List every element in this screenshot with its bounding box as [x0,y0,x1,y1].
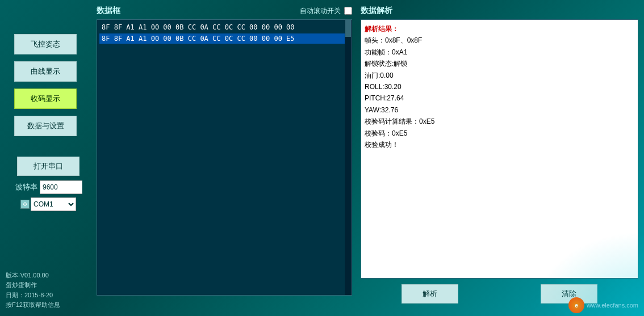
analysis-line-3: 解锁状态:解锁 [365,58,634,69]
scrollbar-track[interactable] [345,20,352,295]
data-frame-section: 数据框 自动滚动开关 8F 8F A1 A1 00 00 0B CC 0A CC… [97,6,352,305]
logo-area: e www.elecfans.com [568,297,638,313]
baud-rate-row: 波特率 [14,180,82,194]
data-frame-header: 数据框 自动滚动开关 [97,6,352,16]
analysis-line-2: 功能帧：0xA1 [365,47,634,58]
main-content: 数据框 自动滚动开关 8F 8F A1 A1 00 00 0B CC 0A CC… [91,0,644,316]
logo-text: www.elecfans.com [587,302,638,309]
analysis-line-9: 校验码：0xE5 [365,128,634,139]
com-row: ⚙ COM1 COM2 COM3 [20,197,76,211]
nav-button-2[interactable]: 收码显示 [14,89,77,109]
auto-scroll-label: 自动滚动开关 [300,6,341,16]
analysis-line-5: ROLL:30.20 [365,81,634,92]
baud-input[interactable] [40,180,82,194]
data-analysis-title: 数据解析 [361,6,392,16]
data-analysis-section: 数据解析 解析结果：帧头：0x8F、0x8F功能帧：0xA1解锁状态:解锁油门:… [361,6,638,305]
analysis-line-4: 油门:0.00 [365,70,634,81]
auto-scroll-row: 自动滚动开关 [300,6,352,16]
auto-scroll-checkbox[interactable] [344,7,352,15]
analysis-line-6: PITCH:27.64 [365,92,634,104]
parse-button[interactable]: 解析 [402,284,458,304]
analysis-line-1: 帧头：0x8F、0x8F [365,35,634,46]
analysis-content: 解析结果：帧头：0x8F、0x8F功能帧：0xA1解锁状态:解锁油门:0.00R… [361,19,638,279]
analysis-line-8: 校验码计算结果：0xE5 [365,116,634,127]
open-port-button[interactable]: 打开串口 [17,157,80,176]
analysis-line-7: YAW:32.76 [365,104,634,116]
baud-label: 波特率 [15,182,37,192]
hex-row-0[interactable]: 8F 8F A1 A1 00 00 0B CC 0A CC 0C CC 00 0… [99,22,349,32]
data-analysis-header: 数据解析 [361,6,638,16]
hex-row-1[interactable]: 8F 8F A1 A1 00 00 0B CC 0A CC 0C CC 00 0… [99,33,349,44]
data-frame-title: 数据框 [97,6,120,16]
analysis-line-0: 解析结果： [365,23,634,35]
com-select[interactable]: COM1 COM2 COM3 [31,197,76,211]
com-icon: ⚙ [20,200,30,209]
analysis-line-10: 校验成功！ [365,139,634,150]
nav-button-3[interactable]: 数据与设置 [14,116,77,136]
nav-button-0[interactable]: 飞控姿态 [14,34,77,54]
sidebar: 飞控姿态曲线显示收码显示数据与设置 打开串口 波特率 ⚙ COM1 COM2 C… [0,0,91,316]
nav-button-1[interactable]: 曲线显示 [14,61,77,82]
scrollbar-thumb[interactable] [345,20,351,37]
logo-icon: e [568,297,584,313]
version-info: 版本-V01.00.00蛋炒蛋制作日期：2015-8-20按F12获取帮助信息 [6,271,60,310]
data-frame-container: 8F 8F A1 A1 00 00 0B CC 0A CC 0C CC 00 0… [97,19,352,296]
